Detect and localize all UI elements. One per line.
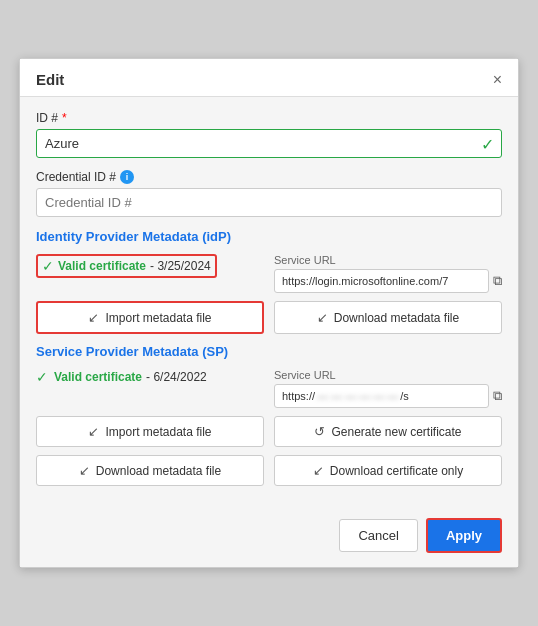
credential-label: Credential ID # i bbox=[36, 170, 502, 184]
sp-url-blurred: — — — — — — bbox=[317, 390, 398, 402]
idp-cert-block: ✓ Valid certificate - 3/25/2024 bbox=[36, 254, 264, 293]
idp-download-icon: ↙ bbox=[317, 310, 328, 325]
required-marker: * bbox=[62, 111, 67, 125]
sp-download-meta-btn[interactable]: ↙ Download metadata file bbox=[36, 455, 264, 486]
idp-cert-valid: ✓ Valid certificate - 3/25/2024 bbox=[36, 254, 217, 278]
sp-actions-row-1: ↙ Import metadata file ↺ Generate new ce… bbox=[36, 416, 502, 447]
sp-section-title: Service Provider Metadata (SP) bbox=[36, 344, 502, 359]
idp-actions-row: ↙ Import metadata file ↙ Download metada… bbox=[36, 301, 502, 334]
idp-service-url-label: Service URL bbox=[274, 254, 502, 266]
sp-service-url-display: https:// — — — — — — /s bbox=[274, 384, 489, 408]
sp-cert-url-row: ✓ Valid certificate - 6/24/2022 Service … bbox=[36, 369, 502, 408]
id-field-group: ID # * ✓ bbox=[36, 111, 502, 158]
sp-service-url-block: Service URL https:// — — — — — — /s ⧉ bbox=[274, 369, 502, 408]
idp-copy-icon[interactable]: ⧉ bbox=[493, 273, 502, 289]
sp-import-btn[interactable]: ↙ Import metadata file bbox=[36, 416, 264, 447]
edit-modal: Edit × ID # * ✓ Credential ID # i Identi… bbox=[19, 58, 519, 568]
id-label: ID # * bbox=[36, 111, 502, 125]
sp-service-url-input-wrapper: https:// — — — — — — /s ⧉ bbox=[274, 384, 502, 408]
id-input[interactable] bbox=[36, 129, 502, 158]
modal-header: Edit × bbox=[20, 59, 518, 97]
id-check-icon: ✓ bbox=[481, 134, 494, 153]
idp-download-btn[interactable]: ↙ Download metadata file bbox=[274, 301, 502, 334]
sp-service-url-label: Service URL bbox=[274, 369, 502, 381]
idp-cert-label: Valid certificate - 3/25/2024 bbox=[58, 259, 211, 273]
sp-cert-block: ✓ Valid certificate - 6/24/2022 bbox=[36, 369, 264, 408]
sp-actions-row-2: ↙ Download metadata file ↙ Download cert… bbox=[36, 455, 502, 486]
sp-download-cert-btn[interactable]: ↙ Download certificate only bbox=[274, 455, 502, 486]
sp-cert-check: ✓ bbox=[36, 369, 48, 385]
idp-import-btn[interactable]: ↙ Import metadata file bbox=[36, 301, 264, 334]
idp-cert-url-row: ✓ Valid certificate - 3/25/2024 Service … bbox=[36, 254, 502, 293]
sp-generate-icon: ↺ bbox=[314, 424, 325, 439]
sp-cert-label: Valid certificate - 6/24/2022 bbox=[54, 370, 207, 384]
idp-service-url-input[interactable] bbox=[274, 269, 489, 293]
modal-body: ID # * ✓ Credential ID # i Identity Prov… bbox=[20, 97, 518, 508]
sp-download-meta-icon: ↙ bbox=[79, 463, 90, 478]
idp-section-title: Identity Provider Metadata (idP) bbox=[36, 229, 502, 244]
sp-import-icon: ↙ bbox=[88, 424, 99, 439]
sp-download-cert-icon: ↙ bbox=[313, 463, 324, 478]
idp-service-url-input-wrapper: ⧉ bbox=[274, 269, 502, 293]
close-button[interactable]: × bbox=[493, 72, 502, 88]
sp-generate-btn[interactable]: ↺ Generate new certificate bbox=[274, 416, 502, 447]
modal-title: Edit bbox=[36, 71, 64, 88]
cancel-button[interactable]: Cancel bbox=[339, 519, 417, 552]
modal-footer: Cancel Apply bbox=[20, 508, 518, 567]
sp-copy-icon[interactable]: ⧉ bbox=[493, 388, 502, 404]
idp-import-icon: ↙ bbox=[88, 310, 99, 325]
info-icon[interactable]: i bbox=[120, 170, 134, 184]
idp-service-url-block: Service URL ⧉ bbox=[274, 254, 502, 293]
id-input-wrapper: ✓ bbox=[36, 129, 502, 158]
credential-field-group: Credential ID # i bbox=[36, 170, 502, 217]
credential-input[interactable] bbox=[36, 188, 502, 217]
idp-cert-check: ✓ bbox=[42, 258, 54, 274]
apply-button[interactable]: Apply bbox=[426, 518, 502, 553]
